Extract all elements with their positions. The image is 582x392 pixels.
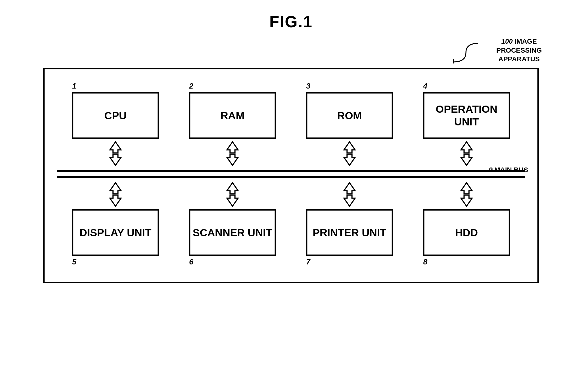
operation-box: OPERATION UNIT <box>423 92 510 139</box>
hdd-box: HDD <box>423 209 510 256</box>
svg-marker-2 <box>110 154 121 165</box>
ram-box: RAM <box>189 92 276 139</box>
svg-marker-11 <box>227 183 238 194</box>
ram-wrapper: 2 RAM <box>186 82 279 168</box>
svg-marker-12 <box>227 195 238 206</box>
hdd-arrow <box>454 182 479 207</box>
ram-arrow <box>220 141 245 166</box>
rom-box: ROM <box>306 92 393 139</box>
operation-ref: 4 <box>423 82 427 90</box>
display-ref: 5 <box>72 258 76 266</box>
scanner-wrapper: SCANNER UNIT 6 <box>186 180 279 266</box>
svg-marker-1 <box>110 142 121 153</box>
svg-marker-7 <box>461 142 472 153</box>
printer-arrow <box>337 182 362 207</box>
bus-line-bottom <box>57 176 525 178</box>
display-arrow <box>103 182 128 207</box>
printer-ref: 7 <box>306 258 310 266</box>
svg-marker-4 <box>227 154 238 165</box>
svg-marker-8 <box>461 154 472 165</box>
svg-marker-10 <box>110 195 121 206</box>
printer-box: PRINTER UNIT <box>306 209 393 256</box>
scanner-arrow <box>220 182 245 207</box>
svg-marker-5 <box>344 142 355 153</box>
svg-marker-6 <box>344 154 355 165</box>
hdd-ref: 8 <box>423 258 427 266</box>
main-container: 1 CPU 2 RAM 3 <box>43 68 539 283</box>
top-row: 1 CPU 2 RAM 3 <box>57 82 525 168</box>
cpu-wrapper: 1 CPU <box>69 82 162 168</box>
bus-line-top <box>57 170 525 172</box>
rom-arrow <box>337 141 362 166</box>
operation-wrapper: 4 OPERATION UNIT <box>420 82 513 168</box>
svg-marker-14 <box>344 195 355 206</box>
main-bus-section: 9 MAIN BUS <box>57 170 525 178</box>
display-box: DISPLAY UNIT <box>72 209 159 256</box>
svg-marker-16 <box>461 195 472 206</box>
printer-wrapper: PRINTER UNIT 7 <box>303 180 396 266</box>
svg-marker-3 <box>227 142 238 153</box>
hdd-wrapper: HDD 8 <box>420 180 513 266</box>
apparatus-label: 100 IMAGEPROCESSINGAPPARATUS <box>496 37 542 64</box>
cpu-arrow <box>103 141 128 166</box>
svg-marker-15 <box>461 183 472 194</box>
display-wrapper: DISPLAY UNIT 5 <box>69 180 162 266</box>
page-title: FIG.1 <box>269 12 313 31</box>
apparatus-bracket <box>441 42 481 63</box>
bus-label: 9 MAIN BUS <box>489 166 528 174</box>
svg-marker-13 <box>344 183 355 194</box>
ram-ref: 2 <box>189 82 193 90</box>
rom-ref: 3 <box>306 82 310 90</box>
rom-wrapper: 3 ROM <box>303 82 396 168</box>
cpu-ref: 1 <box>72 82 76 90</box>
operation-arrow <box>454 141 479 166</box>
scanner-ref: 6 <box>189 258 193 266</box>
cpu-box: CPU <box>72 92 159 139</box>
bottom-row: DISPLAY UNIT 5 SCANNER UNIT 6 PRINTE <box>57 180 525 266</box>
svg-marker-9 <box>110 183 121 194</box>
scanner-box: SCANNER UNIT <box>189 209 276 256</box>
